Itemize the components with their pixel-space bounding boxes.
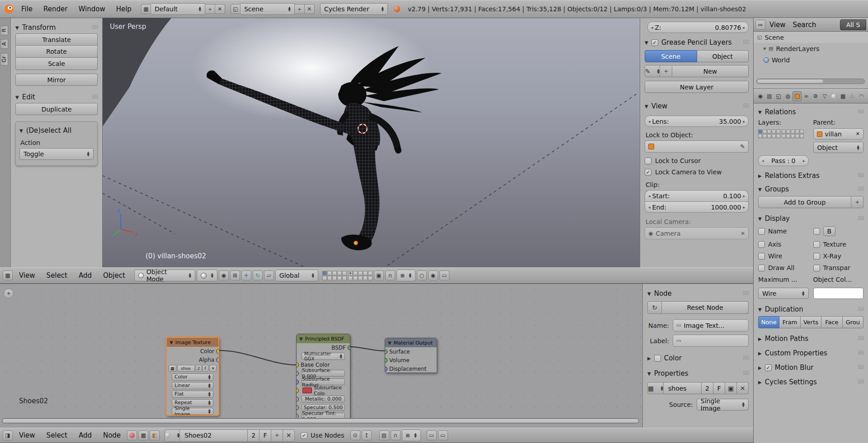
maximum-draw-type-select[interactable]: Wire▲▼ bbox=[758, 288, 809, 299]
display-texture-toggle[interactable]: Texture bbox=[813, 241, 864, 248]
pivot-point-icon[interactable]: ◉ bbox=[219, 270, 229, 280]
reset-node-button[interactable]: Reset Node bbox=[662, 301, 749, 314]
menu-render[interactable]: Render bbox=[38, 0, 72, 18]
redo-panel-header[interactable]: ▼ (De)select All bbox=[19, 125, 94, 136]
outliner-row-scene[interactable]: ◱ Scene bbox=[754, 32, 868, 43]
screen-layout-select[interactable]: Default▲▼ bbox=[151, 3, 205, 15]
object-menu[interactable]: Object bbox=[98, 268, 130, 283]
lock-to-cursor-row[interactable]: Lock to Cursor bbox=[645, 157, 749, 164]
outliner-filter-select[interactable]: All S bbox=[840, 19, 866, 30]
scene-browse-icon[interactable]: ◱ bbox=[231, 4, 241, 14]
panel-drag-dots-icon[interactable]: ⠿⠿ bbox=[857, 306, 863, 312]
metallic-field[interactable]: Metallic: 0.000 bbox=[302, 396, 345, 402]
material-name-button[interactable]: Shoes02 bbox=[180, 429, 248, 442]
lock-icon[interactable]: ▣ bbox=[374, 270, 384, 280]
decrement-arrow-icon[interactable]: ◂ bbox=[648, 194, 651, 198]
lock-camera-row[interactable]: Lock Camera to View bbox=[645, 168, 749, 176]
editor-type-icon[interactable]: ≔ bbox=[755, 20, 765, 30]
shader-type-linestyle-icon[interactable]: ◧ bbox=[150, 430, 160, 440]
snap-magnet-icon[interactable]: ∩ bbox=[385, 270, 395, 280]
node-principled-bsdf[interactable]: ▼ Principled BSDF BSDF Multiscatter GGX▲… bbox=[296, 334, 350, 420]
add-scene-button[interactable]: ＋ bbox=[295, 4, 305, 14]
panel-drag-dots-icon[interactable]: ⠿⠿ bbox=[857, 186, 863, 192]
lock-camera-checkbox[interactable] bbox=[645, 169, 651, 176]
close-layout-button[interactable]: ✕ bbox=[215, 4, 225, 14]
socket-metallic-input[interactable] bbox=[296, 396, 299, 401]
view-menu[interactable]: View bbox=[14, 268, 40, 283]
node-editor-canvas[interactable]: ＋ ▼ Image Texture Color Alpha ▦ shoe 2 F… bbox=[0, 284, 642, 428]
mirror-button[interactable]: Mirror bbox=[15, 74, 98, 86]
layers-widget[interactable] bbox=[322, 271, 373, 280]
menu-file[interactable]: File bbox=[16, 0, 38, 18]
decrement-arrow-icon[interactable]: ◂ bbox=[648, 119, 651, 124]
parent-type-select[interactable]: Object▲▼ bbox=[813, 142, 864, 153]
pass-index-field[interactable]: ◂ Pass : 0 ▸ bbox=[758, 155, 809, 166]
tab-particles-icon[interactable]: ∴ bbox=[848, 91, 856, 101]
snap-node-select[interactable]: ⊞▲▼ bbox=[402, 429, 421, 441]
id-unlink-icon[interactable]: ✕ bbox=[737, 382, 749, 394]
node-image-texture[interactable]: ▼ Image Texture Color Alpha ▦ shoe 2 F ✕… bbox=[166, 337, 219, 416]
view-panel-header[interactable]: ▼ View ⠿⠿ bbox=[645, 100, 749, 112]
duplication-group-button[interactable]: Grou bbox=[843, 316, 863, 328]
clip-start-field[interactable]: ◂ Start: 0.100 ▸ bbox=[645, 190, 749, 201]
display-wire-toggle[interactable]: Wire bbox=[758, 252, 809, 260]
socket-bsdf-output[interactable] bbox=[348, 345, 350, 350]
lock-to-cursor-checkbox[interactable] bbox=[645, 158, 651, 164]
add-to-group-button[interactable]: Add to Group bbox=[758, 196, 851, 208]
image-name-button[interactable]: shoe bbox=[177, 365, 195, 372]
outliner-row-renderlayers[interactable]: ▤ RenderLayers bbox=[754, 43, 868, 54]
relations-layers-widget[interactable] bbox=[758, 128, 809, 140]
tool-shelf-tab-gr[interactable]: Gr bbox=[0, 53, 8, 65]
copy-nodes-icon[interactable]: ▭ bbox=[427, 430, 437, 440]
panel-drag-dots-icon[interactable]: ⠿⠿ bbox=[857, 173, 863, 179]
tab-world-icon[interactable]: ◍ bbox=[783, 91, 792, 101]
panel-drag-dots-icon[interactable]: ⠿⠿ bbox=[857, 379, 863, 385]
mode-select[interactable]: Object Mode▲▼ bbox=[134, 270, 195, 281]
shader-type-world-icon[interactable]: ▦ bbox=[138, 430, 148, 440]
duplication-panel-header[interactable]: ▼ Duplication ⠿⠿ bbox=[758, 303, 863, 315]
texture-checkbox[interactable] bbox=[813, 241, 820, 248]
image-browse-icon[interactable]: ▦ bbox=[169, 365, 176, 372]
editor-type-icon[interactable]: ◨ bbox=[3, 430, 13, 440]
editor-type-icon[interactable]: ▦ bbox=[3, 270, 13, 280]
display-xray-toggle[interactable]: X-Ray bbox=[813, 252, 864, 260]
tab-scene-icon[interactable]: ◱ bbox=[774, 91, 783, 101]
increment-arrow-icon[interactable]: ▸ bbox=[743, 119, 745, 124]
collapse-triangle-icon[interactable]: ▼ bbox=[170, 340, 173, 345]
transparent-checkbox[interactable] bbox=[813, 265, 820, 271]
tool-shelf-tab-r[interactable]: R bbox=[0, 25, 8, 35]
grease-pencil-checkbox[interactable] bbox=[651, 39, 658, 46]
increment-arrow-icon[interactable]: ▸ bbox=[743, 194, 745, 198]
expand-dot-icon[interactable] bbox=[764, 47, 766, 50]
lens-field[interactable]: ◂ Lens: 35.000 ▸ bbox=[645, 116, 749, 127]
new-group-icon[interactable]: ＋ bbox=[851, 196, 863, 208]
socket-base-color-input[interactable] bbox=[296, 362, 299, 367]
custom-properties-panel-header[interactable]: ▶ Custom Properties ⠿⠿ bbox=[758, 347, 863, 359]
decrement-arrow-icon[interactable]: ◂ bbox=[762, 159, 764, 163]
orientation-select[interactable]: Global▲▼ bbox=[275, 270, 318, 281]
colorspace-select[interactable]: Color▲▼ bbox=[172, 373, 213, 381]
material-browse-icon[interactable]: ▲▼ bbox=[165, 429, 180, 442]
display-transparent-toggle[interactable]: Transpar bbox=[813, 264, 864, 271]
menu-help[interactable]: Help bbox=[111, 0, 137, 18]
socket-specular-input[interactable] bbox=[296, 405, 299, 410]
material-add-icon[interactable]: ＋ bbox=[271, 429, 283, 442]
collapse-triangle-icon[interactable]: ▼ bbox=[299, 336, 303, 341]
name-checkbox[interactable] bbox=[758, 228, 765, 235]
node-label-field[interactable]: ▭ bbox=[673, 335, 749, 347]
parent-object-field[interactable]: villan ✕ bbox=[813, 128, 864, 140]
transform-panel-header[interactable]: ▼ Transform ⠿⠿ bbox=[15, 22, 98, 33]
grease-pencil-panel-header[interactable]: ▼ Grease Pencil Layers ⠿⠿ bbox=[645, 37, 749, 48]
panel-drag-dots-icon[interactable]: ⠿⠿ bbox=[742, 290, 749, 297]
socket-volume-input[interactable] bbox=[385, 358, 387, 363]
relations-panel-header[interactable]: ▼ Relations ⠿⠿ bbox=[758, 106, 863, 118]
manipulator-translate-icon[interactable]: ✛ bbox=[241, 270, 251, 280]
motion-paths-panel-header[interactable]: ▶ Motion Paths ⠿⠿ bbox=[758, 333, 863, 345]
node-material-output[interactable]: ▼ Material Output Surface Volume Displac… bbox=[385, 338, 437, 373]
shader-type-object-icon[interactable] bbox=[127, 430, 137, 440]
gp-tab-scene[interactable]: Scene bbox=[645, 50, 697, 62]
socket-displacement-input[interactable] bbox=[385, 366, 387, 371]
action-select[interactable]: Toggle▲▼ bbox=[19, 148, 94, 160]
tab-modifiers-icon[interactable]: ⚙ bbox=[811, 91, 820, 101]
add-pencil-button[interactable]: ＋ bbox=[660, 65, 672, 77]
